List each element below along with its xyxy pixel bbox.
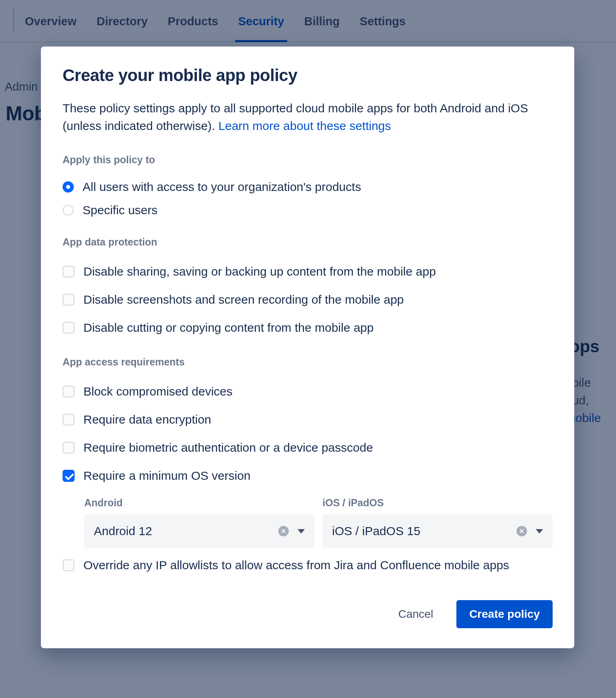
create-policy-button[interactable]: Create policy xyxy=(456,600,553,628)
clear-icon[interactable] xyxy=(517,526,527,536)
checkbox-icon xyxy=(63,414,75,426)
checkbox-label: Disable cutting or copying content from … xyxy=(83,321,374,335)
checkbox-label: Disable screenshots and screen recording… xyxy=(83,293,404,306)
section-app-access-req: App access requirements xyxy=(63,356,553,368)
clear-icon[interactable] xyxy=(278,526,289,536)
checkbox-icon xyxy=(63,294,75,306)
create-policy-modal: Create your mobile app policy These poli… xyxy=(41,47,574,648)
radio-icon xyxy=(63,181,74,193)
checkbox-label: Block compromised devices xyxy=(83,385,233,398)
chevron-down-icon xyxy=(536,529,543,534)
radio-icon xyxy=(63,205,74,216)
min-os-version-grid: Android Android 12 iOS / iPadOS iOS / iP… xyxy=(84,497,553,548)
ios-select[interactable]: iOS / iPadOS 15 xyxy=(322,514,553,548)
checkbox-label: Require data encryption xyxy=(83,413,211,426)
opt-disable-copy[interactable]: Disable cutting or copying content from … xyxy=(63,314,553,342)
radio-label: All users with access to your organizati… xyxy=(83,180,361,194)
section-apply-to: Apply this policy to xyxy=(63,154,553,166)
ios-label: iOS / iPadOS xyxy=(322,497,553,509)
chevron-down-icon xyxy=(298,529,305,534)
ios-value: iOS / iPadOS 15 xyxy=(332,524,512,538)
modal-lead: These policy settings apply to all suppo… xyxy=(63,99,553,135)
checkbox-label: Require biometric authentication or a de… xyxy=(83,441,373,455)
radio-label: Specific users xyxy=(83,203,158,217)
opt-override-ip-allowlist[interactable]: Override any IP allowlists to allow acce… xyxy=(63,551,553,579)
opt-require-encryption[interactable]: Require data encryption xyxy=(63,406,553,434)
opt-disable-sharing[interactable]: Disable sharing, saving or backing up co… xyxy=(63,258,553,286)
opt-disable-screenshots[interactable]: Disable screenshots and screen recording… xyxy=(63,286,553,314)
learn-more-link[interactable]: Learn more about these settings xyxy=(219,119,391,132)
apply-option-all-users[interactable]: All users with access to your organizati… xyxy=(63,175,553,199)
android-select[interactable]: Android 12 xyxy=(84,514,314,548)
android-label: Android xyxy=(84,497,314,509)
apply-option-specific-users[interactable]: Specific users xyxy=(63,199,553,222)
checkbox-icon xyxy=(63,266,75,278)
checkbox-label: Override any IP allowlists to allow acce… xyxy=(83,558,509,572)
checkbox-icon xyxy=(63,559,75,571)
android-col: Android Android 12 xyxy=(84,497,314,548)
opt-require-biometric[interactable]: Require biometric authentication or a de… xyxy=(63,434,553,462)
checkbox-icon xyxy=(63,470,75,482)
section-app-data-protection: App data protection xyxy=(63,236,553,248)
checkbox-label: Require a minimum OS version xyxy=(83,469,251,483)
checkbox-icon xyxy=(63,386,75,398)
opt-block-compromised[interactable]: Block compromised devices xyxy=(63,377,553,406)
modal-footer: Cancel Create policy xyxy=(63,600,553,628)
checkbox-label: Disable sharing, saving or backing up co… xyxy=(83,265,436,278)
modal-title: Create your mobile app policy xyxy=(63,66,553,85)
cancel-button[interactable]: Cancel xyxy=(385,600,446,628)
opt-require-min-os[interactable]: Require a minimum OS version xyxy=(63,462,553,490)
checkbox-icon xyxy=(63,442,75,454)
checkbox-icon xyxy=(63,322,75,334)
ios-col: iOS / iPadOS iOS / iPadOS 15 xyxy=(322,497,553,548)
android-value: Android 12 xyxy=(94,524,274,538)
